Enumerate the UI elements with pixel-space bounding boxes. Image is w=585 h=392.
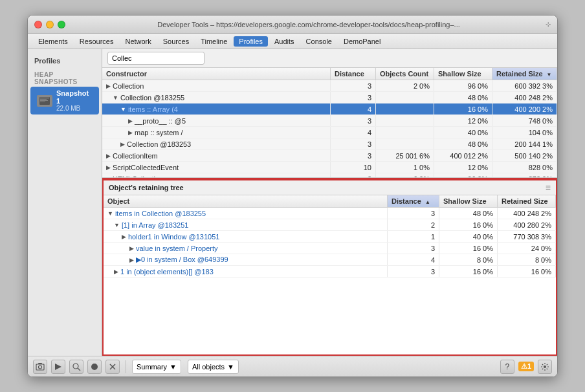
record-alloc-button[interactable] bbox=[87, 360, 102, 374]
right-panel: Constructor Distance Objects Count Shall… bbox=[102, 49, 557, 356]
tree-arrow-icon: ▶ bbox=[128, 118, 133, 124]
retaining-tree-header: Object's retaining tree ≡ bbox=[104, 179, 556, 195]
main-content: Profiles HEAP SNAPSHOTS Snapshot 1 22.0 … bbox=[28, 49, 557, 356]
td-shallow: 96 0% bbox=[434, 80, 492, 91]
all-objects-dropdown[interactable]: All objects ▼ bbox=[188, 360, 239, 374]
td-distance: 3 bbox=[331, 138, 376, 149]
retaining-table-header: Object Distance ▲ Shallow Size Retained … bbox=[104, 195, 556, 208]
svg-point-8 bbox=[73, 364, 78, 369]
retaining-row[interactable]: ▶1 in (object elements)[] @183 3 16 0% 1… bbox=[104, 266, 556, 278]
retaining-row[interactable]: ▼items in Collection @183255 3 48 0% 400… bbox=[104, 208, 556, 219]
retaining-row[interactable]: ▶holder1 in Window @131051 1 40 0% 770 3… bbox=[104, 231, 556, 243]
search-button[interactable] bbox=[69, 360, 83, 374]
td-distance: 3 bbox=[331, 80, 376, 91]
warning-badge: ⚠1 bbox=[518, 362, 534, 371]
table-row[interactable]: ▶ScriptCollectedEvent 10 1 0% 12 0% 828 … bbox=[102, 162, 557, 173]
rtd-retained: 24 0% bbox=[498, 243, 556, 254]
rtd-distance: 1 bbox=[388, 231, 439, 242]
rtd-retained: 16 0% bbox=[498, 266, 556, 277]
svg-point-11 bbox=[544, 365, 546, 368]
menu-elements[interactable]: Elements bbox=[33, 36, 73, 47]
retaining-row[interactable]: ▶▶0 in system / Box @649399 4 8 0% 8 0% bbox=[104, 254, 556, 266]
table-row[interactable]: ▶CollectionItem 3 25 001 6% 400 012 2% 5… bbox=[102, 150, 557, 162]
table-row[interactable]: ▶Collection @183253 3 48 0% 200 144 1% bbox=[102, 138, 557, 150]
close-button[interactable] bbox=[34, 21, 42, 28]
expand-icon[interactable]: ⊹ bbox=[546, 21, 551, 28]
search-input[interactable] bbox=[107, 52, 204, 65]
td-obj-count bbox=[376, 103, 434, 114]
td-retained: 372 0% bbox=[492, 173, 557, 177]
all-objects-label: All objects bbox=[192, 363, 225, 371]
rth-shallow: Shallow Size bbox=[439, 195, 498, 207]
td-distance: 4 bbox=[331, 103, 376, 114]
menu-console[interactable]: Console bbox=[301, 36, 337, 47]
menu-demopanel[interactable]: DemoPanel bbox=[338, 36, 386, 47]
rtd-shallow: 16 0% bbox=[439, 266, 498, 277]
rtd-object: ▶value in system / Property bbox=[104, 243, 388, 254]
separator bbox=[126, 360, 126, 373]
menu-audits[interactable]: Audits bbox=[269, 36, 300, 47]
snapshot-icon bbox=[37, 95, 52, 107]
svg-rect-2 bbox=[40, 99, 47, 100]
rth-distance[interactable]: Distance ▲ bbox=[388, 195, 439, 207]
td-obj-count bbox=[376, 92, 434, 103]
table-row[interactable]: ▶map :: system / 4 40 0% 104 0% bbox=[102, 127, 557, 138]
record-button[interactable] bbox=[51, 360, 65, 374]
td-distance: 3 bbox=[331, 115, 376, 126]
td-name: ▶CollectionItem bbox=[102, 150, 331, 161]
settings-button[interactable] bbox=[538, 360, 552, 374]
rtd-shallow: 40 0% bbox=[439, 231, 498, 242]
clear-button[interactable] bbox=[105, 360, 120, 374]
retaining-row[interactable]: ▶value in system / Property 3 16 0% 24 0… bbox=[104, 243, 556, 254]
td-name: ▶__proto__ :: @5 bbox=[102, 115, 331, 126]
minimize-button[interactable] bbox=[46, 21, 54, 28]
retaining-table-body[interactable]: ▼items in Collection @183255 3 48 0% 400… bbox=[104, 208, 556, 354]
td-name: ▼Collection @183255 bbox=[102, 92, 331, 103]
maximize-button[interactable] bbox=[58, 21, 65, 28]
sidebar-item-snapshot1[interactable]: Snapshot 1 22.0 MB bbox=[30, 87, 99, 114]
retaining-row[interactable]: ▼[1] in Array @183251 2 16 0% 400 280 2% bbox=[104, 219, 556, 231]
rtd-object: ▶holder1 in Window @131051 bbox=[104, 231, 388, 242]
summary-dropdown[interactable]: Summary ▼ bbox=[132, 360, 181, 374]
td-shallow: 48 0% bbox=[434, 92, 492, 103]
th-retained-size[interactable]: Retained Size ▼ bbox=[492, 68, 557, 80]
svg-point-10 bbox=[91, 364, 98, 370]
items-collection-label: items in Collection @183255 bbox=[115, 210, 206, 217]
table-row-items-array[interactable]: ▼items :: Array (4 4 16 0% 400 200 2% bbox=[102, 103, 557, 115]
sort-arrow-icon: ▼ bbox=[547, 72, 552, 78]
td-name: ▶Collection @183253 bbox=[102, 138, 331, 149]
td-retained: 104 0% bbox=[492, 127, 557, 138]
upper-table-header: Constructor Distance Objects Count Shall… bbox=[102, 68, 557, 80]
tree-arrow-icon: ▼ bbox=[113, 94, 118, 101]
table-row[interactable]: ▶__proto__ :: @5 3 12 0% 748 0% bbox=[102, 115, 557, 127]
menu-resources[interactable]: Resources bbox=[74, 36, 119, 47]
snapshot-button[interactable] bbox=[33, 360, 47, 374]
array-label: [1] in Array @183251 bbox=[122, 221, 189, 229]
svg-rect-4 bbox=[40, 102, 45, 102]
td-distance: 3 bbox=[331, 150, 376, 161]
td-shallow: 12 0% bbox=[434, 162, 492, 173]
td-retained: 748 0% bbox=[492, 115, 557, 126]
rtd-distance: 3 bbox=[388, 266, 439, 277]
sort-up-arrow-icon: ▲ bbox=[425, 199, 430, 205]
menu-network[interactable]: Network bbox=[120, 36, 156, 47]
menu-sources[interactable]: Sources bbox=[158, 36, 194, 47]
td-obj-count: 2 0% bbox=[376, 80, 434, 91]
upper-table-body[interactable]: ▶Collection 3 2 0% 96 0% 600 392 3% ▼Col… bbox=[102, 80, 557, 177]
table-row[interactable]: ▶Collection 3 2 0% 96 0% 600 392 3% bbox=[102, 80, 557, 92]
rtd-shallow: 16 0% bbox=[439, 243, 498, 254]
snapshot-info: Snapshot 1 22.0 MB bbox=[56, 89, 93, 112]
td-shallow: 40 0% bbox=[434, 127, 492, 138]
th-objects-count: Objects Count bbox=[376, 68, 434, 80]
titlebar: Developer Tools – https://developers.goo… bbox=[28, 16, 557, 34]
tree-arrow-icon: ▶ bbox=[129, 245, 134, 252]
menu-profiles[interactable]: Profiles bbox=[234, 36, 268, 47]
help-button[interactable]: ? bbox=[500, 360, 514, 374]
td-name: ▶Collection bbox=[102, 80, 331, 91]
table-row[interactable]: ▶HTMLCollection 2 6 0% 96 0% 372 0% bbox=[102, 173, 557, 177]
td-name: ▶HTMLCollection bbox=[102, 173, 331, 177]
rtd-distance: 3 bbox=[388, 208, 439, 219]
menu-timeline[interactable]: Timeline bbox=[195, 36, 232, 47]
td-distance: 2 bbox=[331, 173, 376, 177]
table-row[interactable]: ▼Collection @183255 3 48 0% 400 248 2% bbox=[102, 92, 557, 103]
